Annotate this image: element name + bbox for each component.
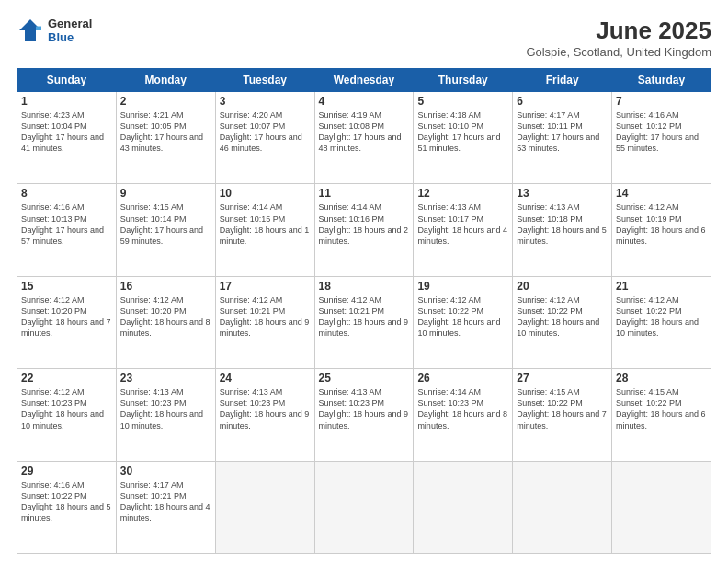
table-row: 12Sunrise: 4:13 AMSunset: 10:17 PMDaylig… (414, 184, 513, 276)
table-row: 26Sunrise: 4:14 AMSunset: 10:23 PMDaylig… (414, 369, 513, 461)
day-info: Sunrise: 4:15 AMSunset: 10:22 PMDaylight… (616, 386, 707, 431)
table-row: 8Sunrise: 4:16 AMSunset: 10:13 PMDayligh… (17, 184, 117, 276)
table-row: 21Sunrise: 4:12 AMSunset: 10:22 PMDaylig… (612, 276, 711, 368)
day-number: 30 (120, 465, 211, 477)
table-row (612, 461, 711, 553)
day-number: 15 (21, 280, 112, 293)
day-number: 29 (21, 465, 112, 477)
day-info: Sunrise: 4:14 AMSunset: 10:16 PMDaylight… (319, 201, 410, 247)
day-number: 23 (120, 372, 211, 385)
day-number: 17 (220, 280, 311, 293)
table-row: 19Sunrise: 4:12 AMSunset: 10:22 PMDaylig… (414, 276, 513, 368)
day-number: 22 (21, 372, 112, 385)
table-row: 24Sunrise: 4:13 AMSunset: 10:23 PMDaylig… (215, 369, 314, 461)
table-row: 17Sunrise: 4:12 AMSunset: 10:21 PMDaylig… (215, 276, 314, 368)
table-row: 4Sunrise: 4:19 AMSunset: 10:08 PMDayligh… (314, 92, 414, 184)
table-row: 14Sunrise: 4:12 AMSunset: 10:19 PMDaylig… (612, 184, 711, 276)
table-row (314, 461, 414, 553)
calendar-row-3: 15Sunrise: 4:12 AMSunset: 10:20 PMDaylig… (17, 276, 711, 368)
table-row: 3Sunrise: 4:20 AMSunset: 10:07 PMDayligh… (215, 92, 314, 184)
svg-marker-1 (36, 27, 41, 31)
day-number: 28 (616, 372, 707, 385)
table-row: 16Sunrise: 4:12 AMSunset: 10:20 PMDaylig… (116, 276, 215, 368)
day-info: Sunrise: 4:16 AMSunset: 10:22 PMDaylight… (21, 479, 112, 524)
table-row: 22Sunrise: 4:12 AMSunset: 10:23 PMDaylig… (17, 369, 117, 461)
day-info: Sunrise: 4:17 AMSunset: 10:21 PMDaylight… (120, 479, 211, 524)
day-number: 11 (319, 187, 410, 200)
day-info: Sunrise: 4:15 AMSunset: 10:22 PMDaylight… (517, 386, 608, 431)
day-info: Sunrise: 4:19 AMSunset: 10:08 PMDaylight… (319, 109, 410, 155)
day-info: Sunrise: 4:13 AMSunset: 10:23 PMDaylight… (220, 386, 311, 431)
calendar-header-row: Sunday Monday Tuesday Wednesday Thursday… (17, 69, 711, 92)
day-number: 1 (21, 95, 112, 108)
logo-icon (17, 17, 44, 44)
table-row: 10Sunrise: 4:14 AMSunset: 10:15 PMDaylig… (215, 184, 314, 276)
calendar-row-5: 29Sunrise: 4:16 AMSunset: 10:22 PMDaylig… (17, 461, 711, 553)
calendar-table: Sunday Monday Tuesday Wednesday Thursday… (17, 68, 711, 554)
day-info: Sunrise: 4:20 AMSunset: 10:07 PMDaylight… (220, 109, 311, 155)
day-number: 20 (517, 280, 608, 293)
day-info: Sunrise: 4:12 AMSunset: 10:21 PMDaylight… (220, 294, 311, 339)
day-info: Sunrise: 4:12 AMSunset: 10:20 PMDaylight… (21, 294, 112, 339)
table-row: 5Sunrise: 4:18 AMSunset: 10:10 PMDayligh… (414, 92, 513, 184)
table-row: 15Sunrise: 4:12 AMSunset: 10:20 PMDaylig… (17, 276, 117, 368)
calendar-body: 1Sunrise: 4:23 AMSunset: 10:04 PMDayligh… (17, 92, 711, 554)
day-info: Sunrise: 4:13 AMSunset: 10:17 PMDaylight… (417, 201, 508, 247)
title-block: June 2025 Golspie, Scotland, United King… (526, 17, 711, 59)
day-number: 2 (120, 95, 211, 108)
day-info: Sunrise: 4:13 AMSunset: 10:23 PMDaylight… (120, 386, 211, 431)
logo-general-text: General (48, 17, 92, 30)
day-number: 19 (417, 280, 508, 293)
day-number: 24 (220, 372, 311, 385)
table-row: 13Sunrise: 4:13 AMSunset: 10:18 PMDaylig… (513, 184, 612, 276)
day-number: 10 (220, 187, 311, 200)
table-row: 2Sunrise: 4:21 AMSunset: 10:05 PMDayligh… (116, 92, 215, 184)
day-number: 21 (616, 280, 707, 293)
table-row (215, 461, 314, 553)
table-row (513, 461, 612, 553)
day-info: Sunrise: 4:13 AMSunset: 10:18 PMDaylight… (517, 201, 608, 247)
table-row: 29Sunrise: 4:16 AMSunset: 10:22 PMDaylig… (17, 461, 117, 553)
calendar-row-2: 8Sunrise: 4:16 AMSunset: 10:13 PMDayligh… (17, 184, 711, 276)
day-number: 7 (616, 95, 707, 108)
day-info: Sunrise: 4:17 AMSunset: 10:11 PMDaylight… (517, 109, 608, 155)
location: Golspie, Scotland, United Kingdom (526, 45, 711, 59)
calendar-row-1: 1Sunrise: 4:23 AMSunset: 10:04 PMDayligh… (17, 92, 711, 184)
day-info: Sunrise: 4:16 AMSunset: 10:13 PMDaylight… (21, 201, 112, 247)
day-number: 8 (21, 187, 112, 200)
day-info: Sunrise: 4:12 AMSunset: 10:20 PMDaylight… (120, 294, 211, 339)
month-title: June 2025 (526, 17, 711, 45)
day-info: Sunrise: 4:12 AMSunset: 10:19 PMDaylight… (616, 201, 707, 247)
day-number: 14 (616, 187, 707, 200)
day-info: Sunrise: 4:18 AMSunset: 10:10 PMDaylight… (417, 109, 508, 155)
day-number: 13 (517, 187, 608, 200)
day-number: 26 (417, 372, 508, 385)
day-info: Sunrise: 4:12 AMSunset: 10:22 PMDaylight… (616, 294, 707, 339)
table-row (414, 461, 513, 553)
col-saturday: Saturday (612, 69, 711, 92)
day-info: Sunrise: 4:12 AMSunset: 10:22 PMDaylight… (517, 294, 608, 339)
day-info: Sunrise: 4:12 AMSunset: 10:21 PMDaylight… (319, 294, 410, 339)
day-info: Sunrise: 4:14 AMSunset: 10:23 PMDaylight… (417, 386, 508, 431)
header: General Blue June 2025 Golspie, Scotland… (17, 17, 711, 59)
logo: General Blue (17, 17, 92, 44)
table-row: 27Sunrise: 4:15 AMSunset: 10:22 PMDaylig… (513, 369, 612, 461)
day-info: Sunrise: 4:15 AMSunset: 10:14 PMDaylight… (120, 201, 211, 247)
logo-text: General Blue (48, 17, 92, 44)
day-number: 9 (120, 187, 211, 200)
day-number: 5 (417, 95, 508, 108)
table-row: 6Sunrise: 4:17 AMSunset: 10:11 PMDayligh… (513, 92, 612, 184)
day-info: Sunrise: 4:16 AMSunset: 10:12 PMDaylight… (616, 109, 707, 155)
calendar-page: General Blue June 2025 Golspie, Scotland… (0, 0, 728, 563)
day-number: 3 (220, 95, 311, 108)
day-number: 25 (319, 372, 410, 385)
table-row: 7Sunrise: 4:16 AMSunset: 10:12 PMDayligh… (612, 92, 711, 184)
day-info: Sunrise: 4:12 AMSunset: 10:23 PMDaylight… (21, 386, 112, 431)
day-number: 6 (517, 95, 608, 108)
day-number: 18 (319, 280, 410, 293)
day-info: Sunrise: 4:13 AMSunset: 10:23 PMDaylight… (319, 386, 410, 431)
table-row: 20Sunrise: 4:12 AMSunset: 10:22 PMDaylig… (513, 276, 612, 368)
col-monday: Monday (116, 69, 215, 92)
col-friday: Friday (513, 69, 612, 92)
col-sunday: Sunday (17, 69, 117, 92)
